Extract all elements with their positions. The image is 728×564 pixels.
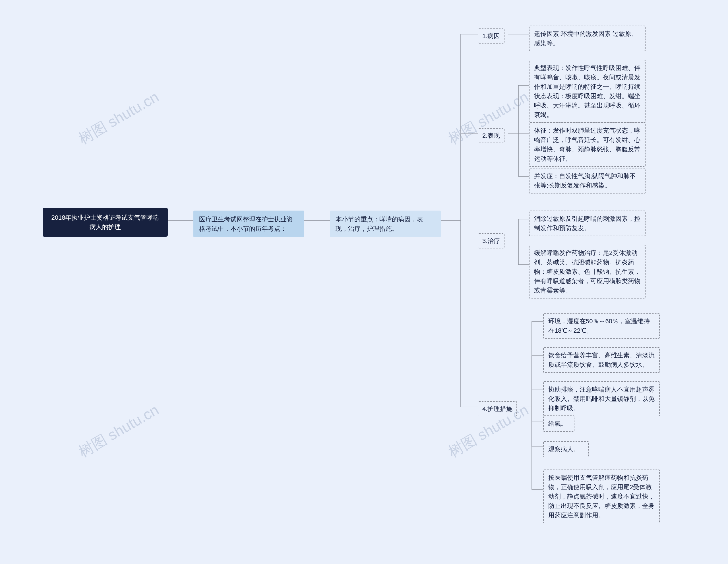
section-manifest[interactable]: 2.表现 <box>478 128 504 143</box>
leaf-s1-0[interactable]: 遗传因素;环境中的激发因素 过敏原、感染等。 <box>529 26 646 51</box>
leaf-text: 并发症：自发性气胸;纵隔气肿和肺不张等;长期反复发作和感染。 <box>534 172 636 189</box>
leaf-text: 典型表现：发作性呼气性呼吸困难、伴有哮鸣音、咳嗽、咳痰。夜间或清晨发作和加重是哮… <box>534 64 640 118</box>
leaf-text: 遗传因素;环境中的激发因素 过敏原、感染等。 <box>534 30 638 47</box>
watermark: 树图 shutu.cn <box>75 87 163 149</box>
leaf-s4-1[interactable]: 饮食给予营养丰富、高维生素、清淡流质或半流质饮食。鼓励病人多饮水。 <box>543 347 660 373</box>
leaf-text: 观察病人。 <box>548 446 580 453</box>
leaf-text: 协助排痰，注意哮喘病人不宜用超声雾化吸入。禁用吗啡和大量镇静剂，以免抑制呼吸。 <box>548 386 655 412</box>
section-manifest-label: 2.表现 <box>482 132 500 139</box>
leaf-s4-2[interactable]: 协助排痰，注意哮喘病人不宜用超声雾化吸入。禁用吗啡和大量镇静剂，以免抑制呼吸。 <box>543 381 660 416</box>
leaf-s2-1[interactable]: 体征：发作时双肺呈过度充气状态，哮鸣音广泛，呼气音延长。可有发绀、心率增快、奇脉… <box>529 122 646 167</box>
leaf-text: 按医嘱使用支气管解痉药物和抗炎药物，正确使用吸入剂，应用尾2受体激动剂，静点氨茶… <box>548 474 655 519</box>
node-focus-text: 本小节的重点：哮喘的病因，表现，治疗，护理措施。 <box>336 216 423 232</box>
leaf-text: 给氧。 <box>548 420 567 427</box>
leaf-s3-1[interactable]: 缓解哮喘发作药物治疗：尾2受体激动剂、茶碱类、抗胆碱能药物。抗炎药物：糖皮质激素… <box>529 245 646 299</box>
section-nursing-label: 4.护理措施 <box>482 405 512 412</box>
leaf-s4-5[interactable]: 按医嘱使用支气管解痉药物和抗炎药物，正确使用吸入剂，应用尾2受体激动剂，静点氨茶… <box>543 470 660 523</box>
node-focus[interactable]: 本小节的重点：哮喘的病因，表现，治疗，护理措施。 <box>330 210 441 237</box>
leaf-text: 饮食给予营养丰富、高维生素、清淡流质或半流质饮食。鼓励病人多饮水。 <box>548 352 655 368</box>
leaf-s3-0[interactable]: 消除过敏原及引起哮喘的刺激因素，控制发作和预防复发。 <box>529 210 646 236</box>
leaf-s4-0[interactable]: 环境，湿度在50％～60％，室温维持在18℃～22℃。 <box>543 313 660 339</box>
leaf-s4-3[interactable]: 给氧。 <box>543 416 574 432</box>
section-treatment[interactable]: 3.治疗 <box>478 233 504 248</box>
watermark: 树图 shutu.cn <box>75 400 163 462</box>
leaf-text: 环境，湿度在50％～60％，室温维持在18℃～22℃。 <box>548 318 650 334</box>
leaf-s2-2[interactable]: 并发症：自发性气胸;纵隔气肿和肺不张等;长期反复发作和感染。 <box>529 168 646 193</box>
leaf-text: 缓解哮喘发作药物治疗：尾2受体激动剂、茶碱类、抗胆碱能药物。抗炎药物：糖皮质激素… <box>534 249 640 294</box>
root-node[interactable]: 2018年执业护士资格证考试支气管哮喘病人的护理 <box>43 208 168 237</box>
leaf-text: 体征：发作时双肺呈过度充气状态，哮鸣音广泛，呼气音延长。可有发绀、心率增快、奇脉… <box>534 127 640 162</box>
leaf-s4-4[interactable]: 观察病人。 <box>543 441 589 457</box>
leaf-s2-0[interactable]: 典型表现：发作性呼气性呼吸困难、伴有哮鸣音、咳嗽、咳痰。夜间或清晨发作和加重是哮… <box>529 60 646 123</box>
section-nursing[interactable]: 4.护理措施 <box>478 401 517 416</box>
section-cause[interactable]: 1.病因 <box>478 28 504 44</box>
section-cause-label: 1.病因 <box>482 32 500 40</box>
section-treatment-label: 3.治疗 <box>482 237 500 244</box>
leaf-text: 消除过敏原及引起哮喘的刺激因素，控制发作和预防复发。 <box>534 215 640 231</box>
node-intro[interactable]: 医疗卫生考试网整理在护士执业资格考试中，本小节的历年考点： <box>193 210 304 237</box>
root-title: 2018年执业护士资格证考试支气管哮喘病人的护理 <box>51 214 159 230</box>
node-intro-text: 医疗卫生考试网整理在护士执业资格考试中，本小节的历年考点： <box>199 216 293 232</box>
